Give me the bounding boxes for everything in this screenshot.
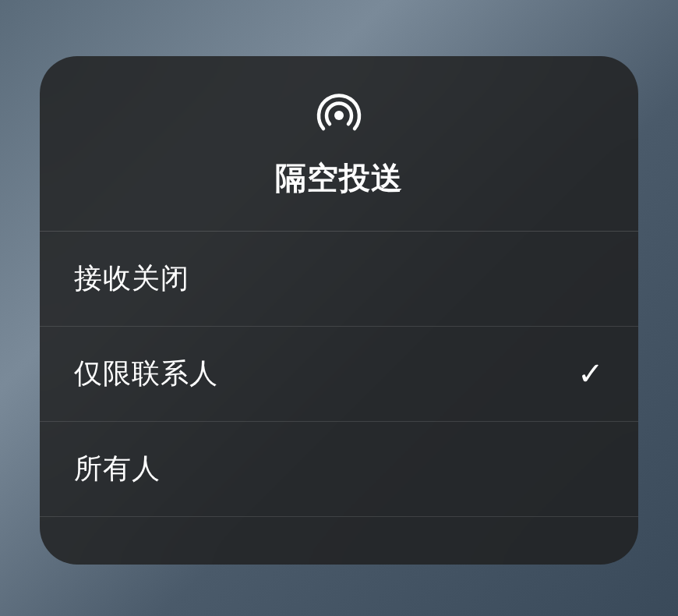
panel-title: 隔空投送: [275, 157, 403, 200]
option-label: 所有人: [74, 450, 161, 488]
airdrop-settings-panel: 隔空投送 接收关闭 ✓ 仅限联系人 ✓ 所有人 ✓: [40, 56, 638, 565]
option-everyone[interactable]: 所有人 ✓: [40, 422, 638, 517]
option-label: 仅限联系人: [74, 355, 218, 393]
svg-point-0: [334, 111, 344, 120]
option-contacts-only[interactable]: 仅限联系人 ✓: [40, 327, 638, 422]
option-label: 接收关闭: [74, 260, 189, 298]
panel-header: 隔空投送: [40, 56, 638, 232]
checkmark-icon: ✓: [577, 356, 604, 391]
airdrop-icon: [313, 87, 365, 138]
option-receiving-off[interactable]: 接收关闭 ✓: [40, 232, 638, 327]
